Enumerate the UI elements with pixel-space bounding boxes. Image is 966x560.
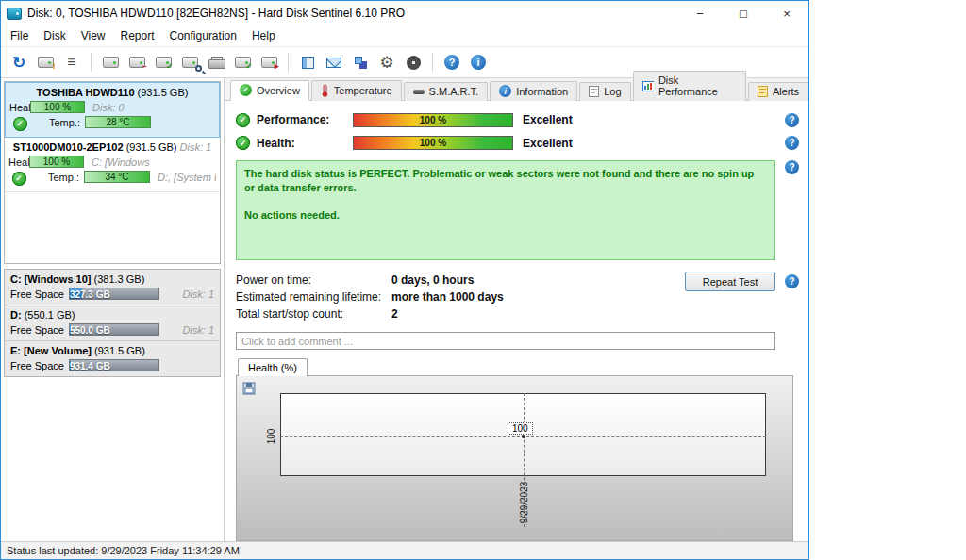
help-icon[interactable]: ? [440, 50, 464, 74]
health-gauge: 100 % [353, 136, 513, 150]
status-text: Status last updated: 9/29/2023 Friday 11… [7, 545, 240, 556]
tab-overview[interactable]: ✓ Overview [230, 80, 309, 101]
tab-temperature[interactable]: Temperature [311, 80, 402, 101]
menu-report[interactable]: Report [112, 27, 161, 44]
disk-drive-d: D:, [System R [150, 172, 216, 183]
info-icon[interactable]: i [466, 50, 491, 74]
content: TOSHIBA HDWD110 (931.5 GB) ✓ Health: 100… [1, 78, 808, 541]
stat-power-on-time: Power on time: 0 days, 0 hours [236, 272, 685, 288]
help-icon[interactable]: ? [785, 113, 799, 127]
titlebar: Disk: 0, TOSHIBA HDWD110 [82EGH82NS] - H… [1, 1, 808, 25]
disk-drive-c: C: [Windows [84, 156, 150, 168]
statusbar: Status last updated: 9/29/2023 Friday 11… [1, 541, 808, 559]
health-label: Health: [9, 102, 30, 113]
toolbar-separator [432, 53, 433, 72]
disk-icon[interactable] [98, 50, 123, 74]
health-chart-section: Health (%) 100 100 9/29/2023 [236, 357, 799, 541]
tab-disk-performance[interactable]: Disk Performance [633, 71, 746, 101]
health-rating: Excellent [523, 137, 573, 150]
health-gauge: 100 % [29, 156, 84, 168]
tabbar: ✓ Overview Temperature S.M.A.R.T. i Info… [225, 78, 808, 101]
menu-file[interactable]: File [3, 27, 36, 44]
status-message: The hard disk status is PERFECT. Problem… [236, 160, 775, 260]
partition-item-c[interactable]: C: [Windows 10] (381.3 GB) Free Space 32… [5, 270, 220, 305]
app-icon [7, 8, 22, 20]
disk-list: TOSHIBA HDWD110 (931.5 GB) ✓ Health: 100… [4, 81, 221, 264]
stat-remaining-lifetime: Estimated remaining lifetime: more than … [236, 288, 685, 305]
chart-y-tick: 100 [252, 418, 290, 455]
chart-point-label: 100 [508, 422, 533, 435]
health-gauge: 100 % [30, 101, 85, 113]
chart-tab-health[interactable]: Health (%) [238, 358, 308, 376]
save-icon[interactable] [242, 382, 256, 395]
disk-warning-icon[interactable]: ! [33, 50, 58, 74]
disk-ok-icon[interactable]: ✓ [151, 50, 175, 74]
partition-size: (381.3 GB) [94, 273, 145, 285]
health-label: Health: [8, 156, 29, 168]
comment-input[interactable] [236, 332, 775, 350]
free-space-value: 931.4 GB [70, 361, 110, 371]
network-icon[interactable] [348, 50, 373, 74]
status-message-line2: No actions needed. [244, 208, 767, 222]
partition-size: (550.1 GB) [25, 309, 75, 321]
log-page-icon [589, 86, 599, 97]
menu-configuration[interactable]: Configuration [162, 27, 244, 44]
disk-accept-icon[interactable]: ✓ [230, 50, 255, 74]
disk-search-icon[interactable] [177, 50, 202, 74]
disk-ok-status-icon: ✓ [13, 117, 27, 131]
info-icon: i [499, 85, 511, 97]
overview-panel: ✓ Performance: 100 % Excellent ? ✓ Healt… [225, 101, 808, 541]
disk-name: ST1000DM010-2EP102 [13, 141, 124, 153]
mail-icon[interactable] [322, 50, 346, 74]
disk-item-1[interactable]: ST1000DM010-2EP102 (931.5 GB) Disk: 1 ✓ … [5, 138, 220, 192]
free-space-value: 550.0 GB [70, 325, 110, 336]
partition-size: (931.5 GB) [94, 345, 145, 356]
partition-item-d[interactable]: D: (550.1 GB) Free Space 550.0 GB Disk: … [5, 305, 220, 341]
performance-label: Performance: [257, 113, 353, 126]
tab-log[interactable]: Log [579, 82, 630, 101]
cd-icon[interactable] [401, 50, 425, 74]
performance-gauge: 100 % [353, 113, 513, 127]
check-icon: ✓ [240, 84, 252, 96]
maximize-button[interactable]: □ [722, 1, 765, 25]
stat-start-stop-count: Total start/stop count: 2 [236, 305, 685, 322]
tab-alerts[interactable]: Alerts [748, 82, 808, 101]
smart-icon [413, 90, 425, 94]
tab-information[interactable]: i Information [490, 81, 577, 101]
performance-chart-icon [642, 81, 654, 91]
free-space-label: Free Space [10, 288, 64, 300]
health-label: Health: [257, 137, 353, 150]
disk-item-0[interactable]: TOSHIBA HDWD110 (931.5 GB) ✓ Health: 100… [5, 82, 220, 138]
refresh-icon[interactable]: ↻ [7, 50, 31, 74]
partition-name: E: [New Volume] [10, 345, 92, 356]
panel-icon[interactable] [295, 50, 320, 74]
partition-item-e[interactable]: E: [New Volume] (931.5 GB) Free Space 93… [5, 341, 220, 376]
help-icon[interactable]: ? [785, 160, 799, 174]
status-message-row: The hard disk status is PERFECT. Problem… [236, 160, 799, 260]
screen: Disk: 0, TOSHIBA HDWD110 [82EGH82NS] - H… [0, 0, 966, 560]
health-row: ✓ Health: 100 % Excellent ? [236, 132, 799, 156]
toolbar-separator [91, 53, 92, 72]
performance-rating: Excellent [523, 113, 573, 126]
disk-size: (931.5 GB) [126, 141, 177, 153]
stats-table: Power on time: 0 days, 0 hours Estimated… [236, 272, 685, 322]
menu-help[interactable]: Help [244, 27, 283, 44]
free-space-value: 327.3 GB [70, 289, 110, 300]
disk-remove-icon[interactable]: – [125, 50, 149, 74]
minimize-button[interactable]: − [678, 1, 722, 25]
temp-gauge: 34 °C [84, 171, 150, 183]
menu-view[interactable]: View [74, 27, 113, 44]
disk-eject-icon[interactable]: ▸ [257, 50, 281, 74]
help-icon[interactable]: ? [785, 136, 799, 150]
close-button[interactable]: × [765, 1, 808, 25]
repeat-test-button[interactable]: Repeat Test [685, 272, 775, 291]
menu-disk[interactable]: Disk [36, 27, 73, 44]
help-icon[interactable]: ? [785, 274, 799, 288]
temp-label: Temp.: [29, 172, 84, 183]
report-lines-icon[interactable]: ≡ [59, 50, 84, 74]
gear-icon[interactable]: ⚙ [375, 50, 399, 74]
disk-size: (931.5 GB) [138, 87, 189, 98]
tab-smart[interactable]: S.M.A.R.T. [404, 82, 489, 101]
free-space-label: Free Space [10, 360, 64, 371]
printer-icon[interactable] [204, 50, 228, 74]
